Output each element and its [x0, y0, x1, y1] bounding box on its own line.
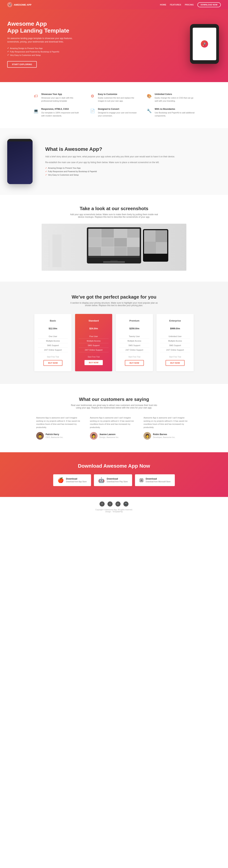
navbar: 🚀 AWESOME APP HOME FEATURES PRICING DOWN… [0, 0, 228, 9]
feature-item-6: 🔧 With no Boundaries Use Bootstrap and P… [146, 108, 195, 117]
std-f1: Five User [79, 334, 109, 339]
premium-trial: Start Free Trial [119, 356, 149, 358]
std-f2: Multiple Access [79, 339, 109, 343]
convert-icon: 📄 [89, 108, 96, 114]
basic-f2: Multiple Access [38, 339, 68, 343]
hero-title: Awesome App App Landing Template [7, 20, 76, 34]
avatar-1: 👨 [36, 432, 44, 440]
basic-f3: SMS Support [38, 343, 68, 348]
facebook-icon[interactable]: f [99, 501, 105, 506]
what-title: What is Awesome App? [45, 146, 221, 152]
premium-buy-btn[interactable]: BUY NOW [125, 360, 144, 366]
screenshots-section: Take a look at our screenshots Add your … [0, 195, 228, 282]
twitter-icon[interactable]: t [108, 501, 113, 506]
testimonials-title: What our customers are saying [7, 397, 221, 402]
colors-icon: 🎨 [146, 93, 152, 99]
nav-home[interactable]: HOME [160, 4, 166, 6]
testimonial-3: Awesome App is awesome and I can't imagi… [143, 416, 192, 439]
avatar-3: 👩 [143, 432, 151, 440]
screenshot-mockup [41, 224, 187, 271]
author-name-2: Jeanne Lawson [99, 433, 119, 436]
phone-outer: 🚀 [190, 24, 219, 64]
hero-content: Awesome App App Landing Template An awes… [7, 20, 76, 68]
basic-f4: 24/7 Online Support [38, 348, 68, 352]
microsoft-btn[interactable]: ⊞ Download Download from Microsoft Store [135, 474, 175, 486]
nav-pricing[interactable]: PRICING [185, 4, 194, 6]
avatar-2: 👩 [90, 432, 97, 440]
googleplus-icon[interactable]: G+ [115, 501, 120, 506]
feature-item-2: ⚙ Easy to Customize Easily customize the… [89, 93, 139, 102]
feature-item-5: 📄 Designed to Convert Designed to engage… [89, 108, 139, 117]
nav-download-btn[interactable]: DOWNLOAD NOW [197, 2, 221, 7]
author-role-2: Design, Awesome Inc. [99, 436, 119, 438]
phone-logo: 🚀 [201, 40, 208, 48]
appstore-label: Download [66, 477, 87, 480]
showcase-icon: 🏷 [33, 93, 39, 99]
feature-desc-5: Designed to engage your user and increas… [98, 111, 139, 117]
author-3: 👩 Robin Barnes Developer, Awesome Inc. [143, 432, 192, 440]
plan-name-basic: Basic [38, 319, 68, 322]
what-content: What is Awesome App? Add a brief story a… [45, 146, 221, 177]
plan-price-standard: $24.0/m [79, 325, 109, 331]
basic-buy-btn[interactable]: BUY NOW [44, 360, 62, 366]
plan-name-premium: Premium [119, 319, 149, 322]
tablet-mockup [143, 229, 168, 262]
feature-desc-6: Use Bootstrap and PaperKit to add additi… [155, 111, 195, 117]
laptop-mockup [87, 227, 141, 264]
feature-item-4: 💻 Responsive, HTML5, CSS3 Our template i… [33, 108, 82, 117]
instagram-icon[interactable]: 📷 [123, 501, 129, 506]
enterprise-features: Unlimited User Multiple Access SMS Suppo… [160, 334, 190, 352]
playstore-icon: 🤖 [98, 477, 105, 483]
phone-screen: 🚀 [193, 28, 216, 60]
standard-buy-btn[interactable]: BUY NOW [85, 360, 103, 365]
hero-cta-btn[interactable]: START EXPLORING [7, 61, 37, 68]
std-f3: SMS Support [79, 343, 109, 348]
feature-title-4: Responsive, HTML5, CSS3 [41, 108, 82, 110]
footer-copyright: Copyright © Awesome App. All rights rese… [7, 509, 221, 513]
pricing-title: We've got the perfect package for you [7, 294, 221, 300]
responsive-icon: 💻 [33, 108, 39, 114]
standard-features: Five User Multiple Access SMS Support 24… [79, 334, 109, 352]
hero-bullet-2: Fully Responsive and Powered by Bootstra… [7, 50, 76, 53]
what-phone-mockup [7, 139, 36, 184]
screenshots-title: Take a look at our screenshots [7, 206, 221, 211]
feature-desc-2: Easily customize the text and replace th… [98, 96, 139, 102]
enterprise-buy-btn[interactable]: BUY NOW [166, 360, 184, 366]
feature-title-6: With no Boundaries [155, 108, 195, 110]
basic-features: One User Multiple Access SMS Support 24/… [38, 334, 68, 352]
pricing-section: We've got the perfect package for you A … [0, 282, 228, 384]
customize-icon: ⚙ [89, 93, 96, 99]
boundaries-icon: 🔧 [146, 108, 152, 114]
standard-trial: Start Free Trial [79, 356, 109, 358]
download-section: Download Awesome App Now 🍎 Download Down… [0, 452, 228, 497]
testimonial-2: Awesome App is awesome and I can't imagi… [90, 416, 138, 439]
feature-desc-3: Easily change the colors in CSS that can… [155, 96, 195, 102]
microsoft-sub: Download from Microsoft Store [146, 480, 170, 483]
appstore-btn[interactable]: 🍎 Download Download from App Store [53, 474, 91, 486]
basic-f1: One User [38, 334, 68, 339]
what-bullets: Amazing Design to Present Your App Fully… [45, 166, 221, 177]
plan-price-basic: $12.0/m [38, 325, 68, 331]
what-bullet-1: Amazing Design to Present Your App [45, 166, 221, 170]
what-para2: Re-establish the main use case of your a… [45, 161, 221, 164]
what-bullet-3: Very Easy to Customize and Setup [45, 173, 221, 177]
testimonials-desc: Real user testimonials are great way to … [69, 404, 159, 409]
pricing-desc: A section to display your pricing struct… [69, 302, 159, 307]
screenshots-desc: Add your app screenshots below. Make sur… [69, 213, 159, 218]
hero-section: Awesome App App Landing Template An awes… [0, 9, 228, 82]
playstore-btn[interactable]: 🤖 Download Download from Play Store [94, 474, 132, 486]
hero-bullets: Amazing Design to Present Your App Fully… [7, 46, 76, 57]
enterprise-trial: Start Free Trial [160, 356, 190, 358]
feature-desc-4: Our template is 100% responsive and buil… [41, 111, 82, 117]
nav-features[interactable]: FEATURES [170, 4, 181, 6]
testimonials-grid: Awesome App is awesome and I can't imagi… [36, 416, 192, 439]
prem-f4: 24/7 Online Support [119, 348, 149, 352]
nav-logo: 🚀 AWESOME APP [7, 2, 31, 7]
testimonial-text-3: Awesome App is awesome and I can't imagi… [143, 416, 192, 429]
feature-item-1: 🏷 Showcase Your App Showcase your app in… [33, 93, 82, 102]
pricing-premium: Premium $250.0/m Twenty User Multiple Ac… [116, 314, 153, 371]
playstore-sub: Download from Play Store [107, 480, 128, 483]
features-grid: 🏷 Showcase Your App Showcase your app in… [33, 93, 195, 117]
appstore-icon: 🍎 [58, 477, 64, 483]
phone-top-bar [7, 139, 33, 142]
